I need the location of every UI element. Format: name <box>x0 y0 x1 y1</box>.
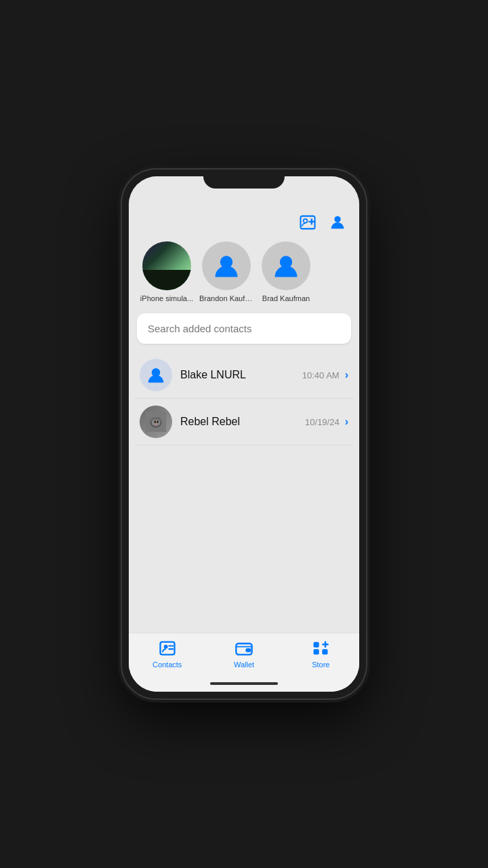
blake-name: Blake LNURL <box>180 369 294 381</box>
svg-point-14 <box>157 420 159 423</box>
rebel-name: Rebel Rebel <box>180 416 297 428</box>
tab-bar: Contacts Wallet <box>129 633 359 682</box>
featured-contact-iphone-sim[interactable]: iPhone simula... <box>140 241 194 302</box>
chevron-right-icon: › <box>345 369 348 381</box>
rebel-time: 10/19/24 <box>305 417 340 427</box>
svg-point-15 <box>155 424 157 426</box>
profile-button[interactable] <box>327 212 348 233</box>
contact-name-brad: Brad Kaufman <box>262 294 310 302</box>
rebel-photo <box>140 406 172 438</box>
rebel-meta: 10/19/24 › <box>305 416 348 428</box>
svg-point-17 <box>163 645 167 649</box>
search-container <box>129 311 359 352</box>
svg-rect-24 <box>314 642 319 648</box>
content-spacer <box>129 492 359 633</box>
tab-wallet[interactable]: Wallet <box>220 639 268 669</box>
contact-avatar-brad <box>262 241 310 290</box>
list-item[interactable]: Blake LNURL 10:40 AM › <box>134 352 354 399</box>
tab-contacts[interactable]: Contacts <box>144 639 191 669</box>
contact-avatar-iphone-sim <box>142 241 191 290</box>
list-item[interactable]: Rebel Rebel 10/19/24 › <box>134 399 354 446</box>
svg-rect-16 <box>160 642 174 655</box>
featured-contacts-scroll: iPhone simula... Brandon Kaufm... Brad K… <box>129 236 359 311</box>
contact-name-brandon: Brandon Kaufm... <box>199 294 253 302</box>
svg-point-1 <box>304 219 308 223</box>
search-input[interactable] <box>137 313 351 344</box>
store-icon <box>311 639 330 658</box>
header <box>129 206 359 236</box>
svg-rect-23 <box>323 649 328 654</box>
contact-list: Blake LNURL 10:40 AM › <box>129 352 359 492</box>
rebel-info: Rebel Rebel <box>180 416 297 428</box>
notch <box>203 170 285 189</box>
chevron-right-icon: › <box>345 416 348 428</box>
phone-shell: iPhone simula... Brandon Kaufm... Brad K… <box>122 170 366 698</box>
contacts-icon <box>158 639 177 658</box>
app-content: iPhone simula... Brandon Kaufm... Brad K… <box>129 206 359 692</box>
contact-avatar-brandon <box>202 241 251 290</box>
featured-contact-brad[interactable]: Brad Kaufman <box>259 241 313 302</box>
add-contact-button[interactable] <box>297 212 319 233</box>
store-tab-label: Store <box>312 660 329 669</box>
rebel-avatar <box>140 406 172 438</box>
home-indicator <box>210 682 278 685</box>
svg-point-13 <box>155 420 157 423</box>
phone-screen: iPhone simula... Brandon Kaufm... Brad K… <box>129 176 359 692</box>
blake-avatar <box>140 359 172 391</box>
blake-meta: 10:40 AM › <box>302 369 348 381</box>
wallet-icon <box>235 639 253 658</box>
tab-store[interactable]: Store <box>297 639 344 669</box>
svg-rect-22 <box>314 649 319 654</box>
wallet-tab-label: Wallet <box>234 660 254 669</box>
contacts-tab-label: Contacts <box>152 660 182 669</box>
svg-rect-21 <box>246 649 250 652</box>
blake-time: 10:40 AM <box>302 370 340 380</box>
contact-name-iphone-sim: iPhone simula... <box>140 294 193 302</box>
home-indicator-area <box>129 682 359 692</box>
featured-contact-brandon[interactable]: Brandon Kaufm... <box>199 241 253 302</box>
svg-point-4 <box>334 216 340 222</box>
blake-info: Blake LNURL <box>180 369 294 381</box>
